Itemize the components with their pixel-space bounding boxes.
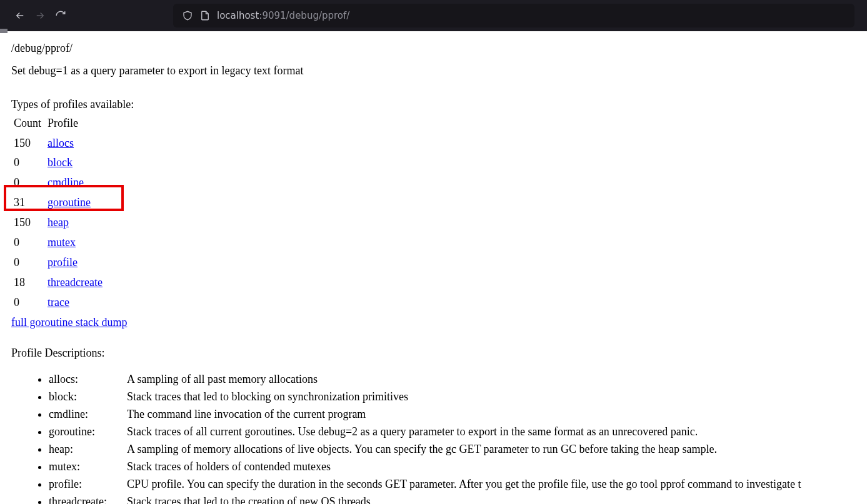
- profile-link-goroutine[interactable]: goroutine: [48, 196, 91, 209]
- profile-name-cell: goroutine: [45, 193, 106, 213]
- profile-link-allocs[interactable]: allocs: [48, 137, 74, 149]
- table-row: 150heap: [11, 213, 106, 233]
- desc-name: mutex:: [49, 458, 127, 476]
- profile-count: 31: [11, 193, 45, 213]
- table-row: 18threadcreate: [11, 273, 106, 293]
- desc-text: Stack traces that led to blocking on syn…: [127, 388, 856, 406]
- page-title: /debug/pprof/: [11, 40, 856, 57]
- profile-link-trace[interactable]: trace: [48, 296, 69, 309]
- profile-count: 0: [11, 153, 45, 173]
- col-count: Count: [11, 115, 45, 134]
- table-row: 31goroutine: [11, 193, 106, 213]
- desc-name: block:: [49, 388, 127, 406]
- reload-button[interactable]: [53, 6, 68, 26]
- descriptions-list: allocs:A sampling of all past memory all…: [11, 371, 856, 504]
- profile-count: 0: [11, 253, 45, 273]
- profile-link-profile[interactable]: profile: [48, 256, 78, 269]
- url-bar[interactable]: localhost:9091/debug/pprof/: [173, 4, 854, 27]
- profile-name-cell: trace: [45, 293, 106, 313]
- list-item: heap:A sampling of memory allocations of…: [49, 441, 856, 458]
- list-item: profile:CPU profile. You can specify the…: [49, 476, 856, 493]
- list-item: mutex:Stack traces of holders of contend…: [49, 458, 856, 476]
- table-row: 0cmdline: [11, 173, 106, 193]
- desc-name: goroutine:: [49, 423, 127, 441]
- desc-name: profile:: [49, 476, 127, 493]
- list-item: goroutine:Stack traces of all current go…: [49, 423, 856, 441]
- page-content: /debug/pprof/ Set debug=1 as a query par…: [0, 31, 867, 504]
- forward-button[interactable]: [33, 6, 48, 26]
- profile-name-cell: block: [45, 153, 106, 173]
- profile-count: 18: [11, 273, 45, 293]
- desc-name: allocs:: [49, 371, 127, 388]
- types-label: Types of profiles available:: [11, 96, 856, 114]
- table-row: 0block: [11, 153, 106, 173]
- list-item: threadcreate:Stack traces that led to th…: [49, 493, 856, 504]
- browser-toolbar: localhost:9091/debug/pprof/: [0, 0, 867, 31]
- shield-icon: [182, 10, 193, 21]
- url-path: /debug/pprof/: [286, 10, 350, 21]
- url-port: :9091: [259, 10, 286, 21]
- profile-count: 0: [11, 293, 45, 313]
- profile-name-cell: heap: [45, 213, 106, 233]
- profile-link-threadcreate[interactable]: threadcreate: [48, 276, 103, 289]
- desc-text: Stack traces that led to the creation of…: [127, 493, 856, 504]
- desc-text: A sampling of all past memory allocation…: [127, 371, 856, 388]
- profile-link-block[interactable]: block: [48, 156, 73, 169]
- descriptions-heading: Profile Descriptions:: [11, 345, 856, 362]
- profile-count: 0: [11, 233, 45, 253]
- desc-name: cmdline:: [49, 406, 127, 423]
- table-row: 0trace: [11, 293, 106, 313]
- desc-text: Stack traces of all current goroutines. …: [127, 423, 856, 441]
- list-item: cmdline:The command line invocation of t…: [49, 406, 856, 423]
- profile-name-cell: mutex: [45, 233, 106, 253]
- profile-count: 150: [11, 134, 45, 154]
- profile-link-cmdline[interactable]: cmdline: [48, 176, 84, 189]
- profile-count: 0: [11, 173, 45, 193]
- profile-count: 150: [11, 213, 45, 233]
- profile-link-mutex[interactable]: mutex: [48, 236, 76, 249]
- profile-name-cell: cmdline: [45, 173, 106, 193]
- desc-text: A sampling of memory allocations of live…: [127, 441, 856, 458]
- list-item: allocs:A sampling of all past memory all…: [49, 371, 856, 388]
- table-row: 150allocs: [11, 134, 106, 154]
- url-text: localhost:9091/debug/pprof/: [217, 10, 349, 21]
- profile-name-cell: profile: [45, 253, 106, 273]
- table-row: 0profile: [11, 253, 106, 273]
- table-row: 0mutex: [11, 233, 106, 253]
- profile-link-heap[interactable]: heap: [48, 216, 69, 229]
- desc-name: threadcreate:: [49, 493, 127, 504]
- tab-strip-edge: [0, 29, 8, 33]
- list-item: block:Stack traces that led to blocking …: [49, 388, 856, 406]
- profile-name-cell: allocs: [45, 134, 106, 154]
- full-dump-link[interactable]: full goroutine stack dump: [11, 316, 127, 329]
- desc-text: The command line invocation of the curre…: [127, 406, 856, 423]
- file-icon: [199, 10, 211, 21]
- profile-name-cell: threadcreate: [45, 273, 106, 293]
- back-button[interactable]: [13, 6, 28, 26]
- url-host: localhost: [217, 10, 259, 21]
- legacy-hint: Set debug=1 as a query parameter to expo…: [11, 62, 856, 80]
- desc-name: heap:: [49, 441, 127, 458]
- desc-text: CPU profile. You can specify the duratio…: [127, 476, 856, 493]
- profiles-table: Count Profile 150allocs0block0cmdline31g…: [11, 115, 106, 313]
- col-profile: Profile: [45, 115, 106, 134]
- desc-text: Stack traces of holders of contended mut…: [127, 458, 856, 476]
